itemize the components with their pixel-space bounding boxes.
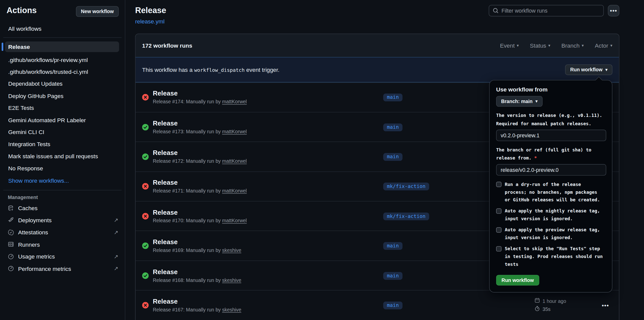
calendar-icon: [534, 298, 540, 305]
failure-status-icon: [142, 94, 149, 101]
sidebar-divider: [3, 190, 122, 190]
branch-badge[interactable]: main: [383, 242, 402, 250]
sidebar-item-deployments[interactable]: Deployments ↗: [0, 214, 125, 226]
success-status-icon: [142, 153, 149, 160]
run-options-kebab[interactable]: •••: [599, 300, 611, 310]
checkbox-label[interactable]: Select to skip the "Run Tests" step in t…: [505, 245, 603, 268]
checkbox-label[interactable]: Auto apply the nightly release tag, inpu…: [505, 207, 603, 223]
new-workflow-button[interactable]: New workflow: [76, 6, 119, 17]
sidebar-item-label: Performance metrics: [18, 265, 71, 272]
filter-workflow-runs-input[interactable]: [489, 5, 604, 17]
sidebar-item-no-response[interactable]: No Response: [0, 162, 125, 174]
preview-tag-checkbox-row: Auto apply the preview release tag, inpu…: [496, 226, 605, 242]
run-workflow-submit-button[interactable]: Run workflow: [496, 275, 539, 285]
actor-link[interactable]: skeshive: [222, 307, 241, 313]
ref-field-label: The branch or ref (full git sha) to rele…: [496, 146, 605, 163]
run-description: Release #173: Manually run by mattKorwel: [153, 129, 247, 135]
nightly-tag-checkbox[interactable]: [496, 208, 501, 214]
workflow-file-link[interactable]: release.yml: [135, 18, 165, 25]
workflow-run-row[interactable]: Release Release #167: Manually run by sk…: [135, 290, 619, 320]
actor-link[interactable]: mattKorwel: [222, 158, 247, 164]
branch-badge[interactable]: main: [383, 94, 402, 102]
branch-select-button[interactable]: Branch: main▾: [496, 96, 543, 107]
actor-link[interactable]: skeshive: [222, 277, 241, 283]
actor-link[interactable]: mattKorwel: [222, 129, 247, 135]
rocket-icon: [8, 217, 14, 223]
filter-branch-dropdown[interactable]: Branch▾: [562, 42, 584, 49]
branch-badge[interactable]: mk/fix-action: [383, 212, 429, 220]
gauge-icon: [8, 265, 14, 272]
sidebar-item-performance-metrics[interactable]: Performance metrics ↗: [0, 263, 125, 275]
sidebar-item-caches[interactable]: Caches: [0, 202, 125, 214]
sidebar-item-integration-tests[interactable]: Integration Tests: [0, 138, 125, 150]
sidebar-item-attestations[interactable]: Attestations ↗: [0, 226, 125, 238]
sidebar-item-all-workflows[interactable]: All workflows: [0, 24, 125, 34]
preview-tag-checkbox[interactable]: [496, 227, 501, 233]
sidebar-item-gemini-cli-ci[interactable]: Gemini CLI CI: [0, 126, 125, 138]
sidebar-item-e2e-tests[interactable]: E2E Tests: [0, 102, 125, 114]
failure-status-icon: [142, 183, 149, 190]
actions-page: Actions New workflow All workflows Relea…: [0, 0, 644, 320]
actor-link[interactable]: skeshive: [222, 247, 241, 253]
run-title-link[interactable]: Release: [153, 90, 247, 97]
run-title-link[interactable]: Release: [153, 238, 241, 246]
branch-badge[interactable]: main: [383, 272, 402, 280]
sidebar-item-deploy-github-pages[interactable]: Deploy GitHub Pages: [0, 90, 125, 102]
sidebar-item-pr-review[interactable]: .github/workflows/pr-review.yml: [0, 54, 125, 66]
run-title-link[interactable]: Release: [153, 120, 247, 127]
filter-actor-dropdown[interactable]: Actor▾: [595, 42, 612, 49]
verified-icon: [8, 229, 14, 236]
runs-count: 172 workflow runs: [142, 42, 192, 49]
run-title-link[interactable]: Release: [153, 268, 241, 275]
branch-badge[interactable]: mk/fix-action: [383, 183, 429, 190]
run-title-link[interactable]: Release: [153, 209, 247, 216]
run-description: Release #168: Manually run by skeshive: [153, 277, 241, 283]
version-input[interactable]: [496, 130, 606, 141]
sidebar-item-dependabot-updates[interactable]: Dependabot Updates: [0, 78, 125, 90]
branch-badge[interactable]: main: [383, 153, 402, 161]
branch-badge[interactable]: main: [383, 302, 402, 309]
ref-input[interactable]: [496, 164, 606, 176]
run-title-link[interactable]: Release: [153, 298, 241, 305]
external-link-icon: ↗: [114, 217, 118, 223]
checkbox-label[interactable]: Run a dry-run of the release process; no…: [505, 180, 603, 204]
sidebar-item-trusted-ci[interactable]: .github/workflows/trusted-ci.yml: [0, 66, 125, 78]
sidebar-item-gemini-pr-labeler[interactable]: Gemini Automated PR Labeler: [0, 114, 125, 126]
filter-event-dropdown[interactable]: Event▾: [500, 42, 519, 49]
run-title-link[interactable]: Release: [153, 179, 247, 186]
actor-link[interactable]: mattKorwel: [222, 99, 247, 105]
branch-badge[interactable]: main: [383, 123, 402, 131]
filter-runs-search: [489, 5, 604, 17]
sidebar-item-label: Attestations: [18, 229, 48, 236]
show-more-workflows-link[interactable]: Show more workflows...: [0, 174, 125, 186]
success-status-icon: [142, 242, 149, 249]
cache-icon: [8, 205, 14, 211]
actor-link[interactable]: mattKorwel: [222, 188, 247, 194]
dry-run-checkbox[interactable]: [496, 182, 501, 187]
chevron-down-icon: ▾: [582, 44, 584, 48]
kebab-icon: •••: [610, 8, 617, 14]
workflow-options-kebab-button[interactable]: •••: [608, 5, 620, 17]
checkbox-label[interactable]: Auto apply the preview release tag, inpu…: [505, 226, 603, 242]
runs-list-header: 172 workflow runs Event▾ Status▾ Branch▾…: [135, 34, 619, 57]
sidebar-item-mark-stale[interactable]: Mark stale issues and pull requests: [0, 150, 125, 162]
run-description: Release #171: Manually run by mattKorwel: [153, 188, 247, 194]
external-link-icon: ↗: [114, 253, 118, 259]
skip-tests-checkbox[interactable]: [496, 246, 501, 251]
run-description: Release #170: Manually run by mattKorwel: [153, 218, 247, 223]
external-link-icon: ↗: [114, 266, 118, 272]
sidebar-item-usage-metrics[interactable]: Usage metrics ↗: [0, 250, 125, 263]
run-workflow-dropdown-button[interactable]: Run workflow▾: [565, 64, 612, 75]
failure-status-icon: [142, 213, 149, 219]
nightly-tag-checkbox-row: Auto apply the nightly release tag, inpu…: [496, 207, 605, 223]
sidebar-item-release-selected[interactable]: Release: [5, 41, 119, 52]
sidebar-item-label: Caches: [18, 205, 38, 211]
success-status-icon: [142, 272, 149, 279]
run-title-link[interactable]: Release: [153, 149, 247, 157]
sidebar-item-runners[interactable]: Runners: [0, 238, 125, 250]
filter-status-dropdown[interactable]: Status▾: [530, 42, 550, 49]
failure-status-icon: [142, 302, 149, 308]
management-section-label: Management: [8, 195, 125, 200]
actor-link[interactable]: mattKorwel: [222, 218, 247, 223]
sidebar-divider: [3, 37, 122, 38]
